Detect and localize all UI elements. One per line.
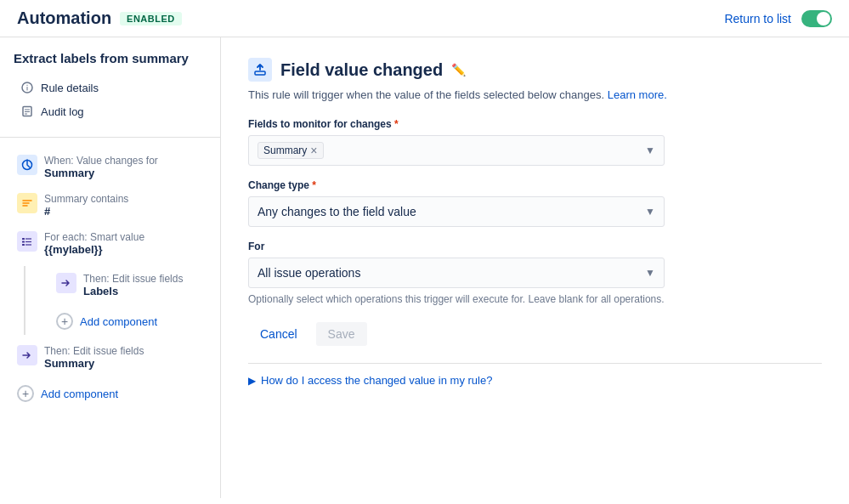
final-action-label: Then: Edit issue fields (44, 345, 144, 357)
foreach-text: For each: Smart value {{mylabel}} (44, 231, 144, 256)
sidebar: Extract labels from summary Rule details… (0, 37, 221, 498)
sidebar-nav: Rule details Audit log (0, 76, 220, 133)
summary-tag: Summary × (258, 142, 324, 159)
svg-rect-9 (22, 241, 25, 243)
fields-chevron-icon: ▼ (645, 144, 655, 156)
svg-rect-10 (22, 244, 25, 246)
change-type-chevron-icon: ▼ (645, 206, 655, 218)
foreach-value: {{mylabel}} (44, 243, 144, 256)
add-component-inner-label: Add component (80, 315, 157, 328)
main-layout: Extract labels from summary Rule details… (0, 37, 849, 498)
accordion-label: How do I access the changed value in my … (261, 374, 492, 387)
sidebar-item-final-action[interactable]: Then: Edit issue fields Summary (7, 338, 213, 377)
sidebar-item-foreach[interactable]: For each: Smart value {{mylabel}} (7, 224, 213, 263)
add-component-outer[interactable]: + Add component (7, 380, 213, 407)
trigger-label: When: Value changes for (44, 155, 158, 167)
add-component-outer-label: Add component (41, 388, 118, 400)
change-type-value: Any changes to the field value (258, 205, 416, 218)
change-type-group: Change type * Any changes to the field v… (248, 179, 822, 227)
nested-action-1-label: Then: Edit issue fields (83, 273, 183, 285)
foreach-label: For each: Smart value (44, 231, 144, 243)
svg-rect-8 (22, 238, 25, 240)
change-type-select[interactable]: Any changes to the field value ▼ (248, 196, 665, 227)
nested-action-1-text: Then: Edit issue fields Labels (83, 273, 183, 297)
content-panel: Field value changed ✏️ This rule will tr… (221, 37, 849, 498)
condition-icon (17, 193, 37, 213)
trigger-icon (17, 155, 37, 175)
rule-details-icon (20, 81, 34, 94)
accordion: ▶ How do I access the changed value in m… (248, 363, 822, 387)
for-value: All issue operations (258, 266, 360, 280)
content-description: This rule will trigger when the value of… (248, 88, 822, 101)
summary-tag-remove[interactable]: × (310, 144, 317, 156)
cancel-button[interactable]: Cancel (248, 322, 309, 346)
change-type-label: Change type * (248, 179, 822, 191)
content-header: Field value changed ✏️ (248, 58, 822, 82)
sidebar-item-condition[interactable]: Summary contains # (7, 186, 213, 224)
edit-icon[interactable]: ✏️ (451, 63, 466, 76)
sidebar-item-audit-log[interactable]: Audit log (14, 99, 207, 123)
fields-to-monitor-label: Fields to monitor for changes * (248, 118, 822, 130)
accordion-trigger[interactable]: ▶ How do I access the changed value in m… (248, 374, 822, 387)
condition-value: # (44, 205, 128, 218)
app-title: Automation (17, 8, 111, 28)
status-badge: ENABLED (120, 12, 182, 25)
trigger-text: When: Value changes for Summary (44, 155, 158, 179)
for-group: For All issue operations ▼ Optionally se… (248, 241, 822, 305)
fields-to-monitor-group: Fields to monitor for changes * Summary … (248, 118, 822, 166)
for-chevron-icon: ▼ (645, 267, 655, 279)
add-component-inner[interactable]: + Add component (46, 308, 213, 335)
sidebar-item-rule-details[interactable]: Rule details (14, 76, 207, 99)
content-icon (248, 58, 272, 82)
foreach-wrapper: Then: Edit issue fields Labels + Add com… (24, 266, 220, 335)
condition-label: Summary contains (44, 193, 128, 205)
svg-rect-14 (255, 71, 265, 75)
button-row: Cancel Save (248, 322, 822, 346)
sidebar-item-audit-log-label: Audit log (41, 105, 84, 118)
fields-to-monitor-select[interactable]: Summary × ▼ (248, 135, 665, 166)
sidebar-item-trigger[interactable]: When: Value changes for Summary (7, 148, 213, 186)
add-component-outer-icon: + (17, 385, 34, 402)
sidebar-page-title: Extract labels from summary (0, 51, 220, 76)
return-to-list-link[interactable]: Return to list (724, 12, 791, 25)
svg-rect-1 (27, 87, 28, 91)
final-action-text: Then: Edit issue fields Summary (44, 345, 144, 370)
for-help-text: Optionally select which operations this … (248, 293, 822, 305)
header-left: Automation ENABLED (17, 8, 182, 28)
header: Automation ENABLED Return to list (0, 0, 849, 37)
header-right: Return to list (724, 10, 832, 27)
required-star: * (394, 118, 399, 130)
condition-text: Summary contains # (44, 193, 128, 218)
for-label: For (248, 241, 822, 252)
audit-log-icon (20, 105, 34, 118)
save-button[interactable]: Save (316, 322, 367, 346)
sidebar-divider (0, 137, 220, 138)
final-action-value: Summary (44, 357, 144, 370)
enabled-toggle[interactable] (801, 10, 832, 27)
add-component-inner-icon: + (56, 313, 73, 330)
change-type-required-star: * (312, 179, 316, 191)
svg-rect-2 (27, 85, 28, 87)
learn-more-link[interactable]: Learn more. (608, 88, 667, 101)
final-action-icon (17, 345, 37, 365)
trigger-value: Summary (44, 167, 158, 179)
foreach-icon (17, 231, 37, 252)
sidebar-item-rule-details-label: Rule details (41, 82, 99, 94)
accordion-arrow-icon: ▶ (248, 375, 256, 387)
content-title: Field value changed (280, 60, 443, 80)
nested-action-1-value: Labels (83, 285, 183, 297)
nested-action-1-icon (56, 273, 76, 293)
sidebar-item-nested-action-1[interactable]: Then: Edit issue fields Labels (46, 266, 213, 304)
for-select[interactable]: All issue operations ▼ (248, 258, 665, 288)
